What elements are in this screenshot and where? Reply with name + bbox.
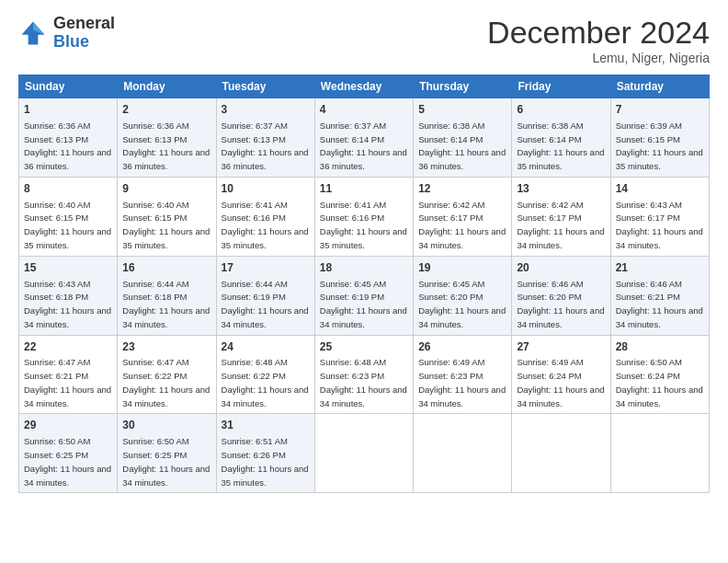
calendar-cell: 6 Sunrise: 6:38 AMSunset: 6:14 PMDayligh… xyxy=(512,98,610,178)
day-number: 14 xyxy=(616,181,704,197)
day-number: 1 xyxy=(24,102,112,118)
day-number: 28 xyxy=(616,339,704,355)
logo-blue-text: Blue xyxy=(53,33,115,52)
calendar-cell: 12 Sunrise: 6:42 AMSunset: 6:17 PMDaylig… xyxy=(414,177,512,256)
calendar-cell: 14 Sunrise: 6:43 AMSunset: 6:17 PMDaylig… xyxy=(610,177,709,256)
day-info: Sunrise: 6:48 AMSunset: 6:22 PMDaylight:… xyxy=(222,357,309,408)
day-info: Sunrise: 6:36 AMSunset: 6:13 PMDaylight:… xyxy=(122,121,210,171)
calendar-cell: 20 Sunrise: 6:46 AMSunset: 6:20 PMDaylig… xyxy=(512,256,610,335)
day-number: 6 xyxy=(517,102,605,118)
day-number: 26 xyxy=(418,339,506,355)
day-number: 16 xyxy=(122,260,210,276)
calendar-cell: 2 Sunrise: 6:36 AMSunset: 6:13 PMDayligh… xyxy=(118,98,216,178)
day-number: 9 xyxy=(122,181,210,197)
day-info: Sunrise: 6:50 AMSunset: 6:25 PMDaylight:… xyxy=(24,436,111,487)
day-number: 18 xyxy=(320,260,408,276)
day-info: Sunrise: 6:48 AMSunset: 6:23 PMDaylight:… xyxy=(320,357,407,408)
column-header-friday: Friday xyxy=(512,75,610,98)
day-number: 21 xyxy=(616,260,704,276)
calendar-table: SundayMondayTuesdayWednesdayThursdayFrid… xyxy=(18,75,710,493)
day-number: 11 xyxy=(320,181,408,197)
calendar-cell: 15 Sunrise: 6:43 AMSunset: 6:18 PMDaylig… xyxy=(19,256,118,335)
calendar-cell: 24 Sunrise: 6:48 AMSunset: 6:22 PMDaylig… xyxy=(216,335,314,414)
day-number: 22 xyxy=(24,339,112,355)
day-info: Sunrise: 6:43 AMSunset: 6:18 PMDaylight:… xyxy=(24,279,111,329)
column-header-monday: Monday xyxy=(118,75,216,98)
logo-icon xyxy=(18,18,48,48)
day-info: Sunrise: 6:41 AMSunset: 6:16 PMDaylight:… xyxy=(222,200,309,250)
day-info: Sunrise: 6:45 AMSunset: 6:20 PMDaylight:… xyxy=(418,279,506,329)
day-info: Sunrise: 6:45 AMSunset: 6:19 PMDaylight:… xyxy=(320,279,407,329)
column-header-sunday: Sunday xyxy=(19,75,118,98)
page-header: General Blue December 2024 Lemu, Niger, … xyxy=(18,15,710,65)
calendar-cell: 16 Sunrise: 6:44 AMSunset: 6:18 PMDaylig… xyxy=(118,256,216,335)
title-block: December 2024 Lemu, Niger, Nigeria xyxy=(487,15,710,65)
day-info: Sunrise: 6:39 AMSunset: 6:15 PMDaylight:… xyxy=(616,121,703,171)
day-info: Sunrise: 6:42 AMSunset: 6:17 PMDaylight:… xyxy=(517,200,604,250)
day-info: Sunrise: 6:43 AMSunset: 6:17 PMDaylight:… xyxy=(616,200,703,250)
calendar-cell: 31 Sunrise: 6:51 AMSunset: 6:26 PMDaylig… xyxy=(216,414,314,493)
calendar-cell xyxy=(610,414,709,493)
calendar-cell: 1 Sunrise: 6:36 AMSunset: 6:13 PMDayligh… xyxy=(19,98,118,178)
day-info: Sunrise: 6:47 AMSunset: 6:22 PMDaylight:… xyxy=(122,357,210,408)
column-header-wednesday: Wednesday xyxy=(314,75,413,98)
column-header-saturday: Saturday xyxy=(610,75,709,98)
calendar-cell: 29 Sunrise: 6:50 AMSunset: 6:25 PMDaylig… xyxy=(19,414,118,493)
calendar-cell: 21 Sunrise: 6:46 AMSunset: 6:21 PMDaylig… xyxy=(610,256,709,335)
calendar-cell: 18 Sunrise: 6:45 AMSunset: 6:19 PMDaylig… xyxy=(314,256,413,335)
day-number: 8 xyxy=(24,181,112,197)
location-text: Lemu, Niger, Nigeria xyxy=(487,51,710,65)
column-header-thursday: Thursday xyxy=(414,75,512,98)
calendar-cell: 23 Sunrise: 6:47 AMSunset: 6:22 PMDaylig… xyxy=(118,335,216,414)
column-header-tuesday: Tuesday xyxy=(216,75,314,98)
calendar-cell xyxy=(314,414,413,493)
day-number: 5 xyxy=(418,102,506,118)
calendar-week-1: 1 Sunrise: 6:36 AMSunset: 6:13 PMDayligh… xyxy=(19,98,710,178)
calendar-cell xyxy=(512,414,610,493)
day-info: Sunrise: 6:46 AMSunset: 6:21 PMDaylight:… xyxy=(616,279,703,329)
calendar-cell: 19 Sunrise: 6:45 AMSunset: 6:20 PMDaylig… xyxy=(414,256,512,335)
day-number: 2 xyxy=(122,102,210,118)
day-info: Sunrise: 6:40 AMSunset: 6:15 PMDaylight:… xyxy=(122,200,210,250)
day-number: 15 xyxy=(24,260,112,276)
day-info: Sunrise: 6:40 AMSunset: 6:15 PMDaylight:… xyxy=(24,200,111,250)
day-info: Sunrise: 6:38 AMSunset: 6:14 PMDaylight:… xyxy=(517,121,604,171)
calendar-cell: 27 Sunrise: 6:49 AMSunset: 6:24 PMDaylig… xyxy=(512,335,610,414)
calendar-cell xyxy=(414,414,512,493)
day-number: 23 xyxy=(122,339,210,355)
calendar-cell: 28 Sunrise: 6:50 AMSunset: 6:24 PMDaylig… xyxy=(610,335,709,414)
day-number: 7 xyxy=(616,102,704,118)
day-info: Sunrise: 6:44 AMSunset: 6:19 PMDaylight:… xyxy=(222,279,309,329)
day-number: 4 xyxy=(320,102,408,118)
calendar-week-4: 22 Sunrise: 6:47 AMSunset: 6:21 PMDaylig… xyxy=(19,335,710,414)
day-number: 10 xyxy=(222,181,310,197)
calendar-cell: 22 Sunrise: 6:47 AMSunset: 6:21 PMDaylig… xyxy=(19,335,118,414)
month-title: December 2024 xyxy=(487,15,710,51)
calendar-cell: 5 Sunrise: 6:38 AMSunset: 6:14 PMDayligh… xyxy=(414,98,512,178)
day-info: Sunrise: 6:51 AMSunset: 6:26 PMDaylight:… xyxy=(222,436,309,487)
day-info: Sunrise: 6:42 AMSunset: 6:17 PMDaylight:… xyxy=(418,200,506,250)
calendar-cell: 13 Sunrise: 6:42 AMSunset: 6:17 PMDaylig… xyxy=(512,177,610,256)
day-info: Sunrise: 6:46 AMSunset: 6:20 PMDaylight:… xyxy=(517,279,604,329)
calendar-week-2: 8 Sunrise: 6:40 AMSunset: 6:15 PMDayligh… xyxy=(19,177,710,256)
day-info: Sunrise: 6:37 AMSunset: 6:13 PMDaylight:… xyxy=(222,121,309,171)
day-number: 3 xyxy=(222,102,310,118)
calendar-cell: 11 Sunrise: 6:41 AMSunset: 6:16 PMDaylig… xyxy=(314,177,413,256)
calendar-header-row: SundayMondayTuesdayWednesdayThursdayFrid… xyxy=(19,75,710,98)
calendar-cell: 10 Sunrise: 6:41 AMSunset: 6:16 PMDaylig… xyxy=(216,177,314,256)
calendar-cell: 17 Sunrise: 6:44 AMSunset: 6:19 PMDaylig… xyxy=(216,256,314,335)
day-number: 30 xyxy=(122,418,210,433)
calendar-cell: 26 Sunrise: 6:49 AMSunset: 6:23 PMDaylig… xyxy=(414,335,512,414)
day-info: Sunrise: 6:50 AMSunset: 6:24 PMDaylight:… xyxy=(616,357,703,408)
calendar-cell: 7 Sunrise: 6:39 AMSunset: 6:15 PMDayligh… xyxy=(610,98,709,178)
logo-general-text: General xyxy=(53,15,115,33)
day-number: 29 xyxy=(24,418,112,433)
day-number: 13 xyxy=(517,181,605,197)
day-info: Sunrise: 6:36 AMSunset: 6:13 PMDaylight:… xyxy=(24,121,111,171)
calendar-cell: 25 Sunrise: 6:48 AMSunset: 6:23 PMDaylig… xyxy=(314,335,413,414)
calendar-cell: 4 Sunrise: 6:37 AMSunset: 6:14 PMDayligh… xyxy=(314,98,413,178)
day-number: 31 xyxy=(222,418,310,433)
day-number: 19 xyxy=(418,260,506,276)
day-info: Sunrise: 6:41 AMSunset: 6:16 PMDaylight:… xyxy=(320,200,407,250)
day-info: Sunrise: 6:49 AMSunset: 6:23 PMDaylight:… xyxy=(418,357,506,408)
